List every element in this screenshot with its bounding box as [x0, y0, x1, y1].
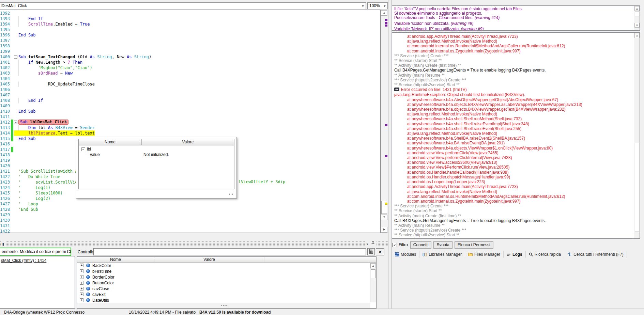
code-line[interactable]: 1414 lblPietanza.Text = lbl.text — [0, 130, 380, 136]
log-line[interactable]: at java.lang.reflect.Method.invoke(Nativ… — [394, 39, 633, 44]
code-line[interactable]: 1392 — [0, 11, 380, 16]
watch-tree-row[interactable]: +bFirstTime — [77, 268, 376, 274]
log-line[interactable]: ** Activity (main) Resume ** — [394, 73, 633, 78]
warning-line[interactable]: Puoi selezionare Tools - Clean unused fi… — [394, 16, 633, 20]
log-line[interactable]: at com.android.internal.os.ZygoteInit.ma… — [394, 49, 633, 53]
log-line[interactable]: ** Activity (main) Create (first time) *… — [394, 214, 633, 218]
log-line[interactable]: at android.view.View$PerformClick.run(Vi… — [394, 165, 633, 170]
popup-tree-row[interactable]: value Not initialized. — [79, 152, 234, 157]
watch-tree-row[interactable]: +cavExit — [77, 292, 376, 297]
log-line[interactable]: ** Activity (main) Create (first time) *… — [394, 63, 633, 68]
log-line[interactable]: at anywheresoftware.b4a.shell.Shell.runM… — [394, 116, 633, 121]
code-line[interactable]: 1406 — [0, 87, 380, 92]
watch-tree-row[interactable]: +BorderColor — [77, 274, 376, 280]
log-line[interactable]: at java.lang.reflect.Method.invoke(Nativ… — [394, 131, 633, 136]
function-selector[interactable]: lDesMat_Click ▾ — [0, 2, 366, 9]
watch-tree-row[interactable]: +DateUtils — [77, 297, 376, 303]
log-line[interactable]: ** Activity (main) Resume ** — [394, 223, 633, 228]
watch-tree-row[interactable]: +cavClose — [77, 286, 376, 292]
log-line[interactable]: at android.os.Handler.handleCallback(Han… — [394, 170, 633, 175]
checkbox-checked-icon[interactable]: ✓ — [393, 243, 397, 247]
log-line[interactable]: at anywheresoftware.b4a.ShellBA.raiseEve… — [394, 136, 633, 141]
resize-grip[interactable] — [229, 192, 233, 195]
log-line[interactable]: at anywheresoftware.b4a.shell.Shell.rais… — [394, 122, 633, 126]
panel-splitter[interactable] — [388, 0, 392, 315]
code-line[interactable]: 1396End Sub — [0, 32, 380, 38]
tab-cerca-riferimenti[interactable]: Cerca tutti i Riferimenti (F7) — [564, 251, 627, 258]
annotation-mark[interactable] — [385, 124, 387, 126]
collapse-minus-icon[interactable]: − — [14, 55, 17, 59]
code-line[interactable]: 1395 — [0, 27, 380, 32]
code-line[interactable]: 1411 — [0, 114, 380, 120]
log-line[interactable]: at android.app.ActivityThread.main(Activ… — [394, 184, 633, 189]
log-line[interactable]: ** Service (httputils2service) Start ** — [394, 82, 633, 87]
warning-line[interactable]: Variabile 'Network_IP' non utilizzata. (… — [394, 27, 633, 31]
pin-icon[interactable] — [371, 241, 374, 247]
scroll-right-icon[interactable]: ▶ — [381, 227, 387, 233]
column-valore[interactable]: Valore — [142, 139, 234, 145]
expand-plus-icon[interactable]: + — [80, 264, 83, 267]
log-line[interactable]: at android.os.Handler.dispatchMessage(Ha… — [394, 175, 633, 179]
log-line[interactable]: at java.lang.reflect.Method.invoke(Nativ… — [394, 112, 633, 116]
code-line[interactable]: 1401 If New.Length > 7 Then — [0, 60, 380, 65]
update-notice-link[interactable]: B4A v12.50 is available for download — [199, 310, 271, 315]
log-line[interactable]: at android.view.View.performClickInterna… — [394, 155, 633, 160]
tab-modules[interactable]: Modules — [392, 251, 419, 258]
code-line[interactable]: 1402 'Msgbox("Ciao","Ciao") — [0, 65, 380, 70]
column-nome[interactable]: Nome — [77, 257, 154, 262]
log-line[interactable]: ** Service (starter) Start ** — [394, 208, 633, 213]
watch-expression-input[interactable] — [93, 248, 366, 255]
log-line[interactable]: at anywheresoftware.b4a.AbsObjectWrapper… — [394, 97, 633, 102]
log-line[interactable]: at anywheresoftware.b4a.shell.Shell.rais… — [394, 126, 633, 131]
tab-libraries-manager[interactable]: Libraries Manager — [419, 251, 465, 258]
log-line[interactable]: Call B4XPages.GetManager.LogEvents = Tru… — [394, 68, 633, 73]
log-line[interactable]: java.lang.RuntimeException: Object shoul… — [394, 92, 633, 97]
code-line[interactable]: 1405 RDC_UpdateTimeClose — [0, 81, 380, 87]
code-line[interactable]: 1404 — [0, 76, 380, 81]
elenca-i-permessi-button[interactable]: Elenca i Permessi — [455, 241, 493, 249]
code-line[interactable]: 1430 — [0, 218, 380, 223]
warnings-scrollbar[interactable]: ▲ ▼ — [634, 6, 640, 30]
connetti-button[interactable]: Connetti — [410, 241, 432, 249]
tab-logs[interactable]: Logs — [504, 251, 526, 258]
code-line[interactable]: 1408 End If — [0, 98, 380, 103]
evaluate-button[interactable] — [367, 248, 375, 255]
log-line[interactable]: at anywheresoftware.b4a.objects.B4XViewW… — [394, 102, 633, 107]
code-line[interactable]: 1407 — [0, 92, 380, 98]
code-line[interactable]: 1427' Loop — [0, 201, 380, 207]
editor-scrollbar[interactable] — [381, 10, 388, 233]
log-line[interactable]: *** Service (starter) Create *** — [394, 204, 633, 208]
chevron-down-icon[interactable]: ▾ — [366, 242, 368, 246]
code-line[interactable]: 1431 — [0, 223, 380, 229]
expand-plus-icon[interactable]: + — [80, 281, 83, 285]
tree-vertical-scrollbar[interactable]: ▲ — [370, 263, 376, 302]
log-line[interactable]: *** Service (httputils2service) Create *… — [394, 78, 633, 82]
log-line[interactable]: at android.view.View.performClick(View.j… — [394, 151, 633, 155]
tab-ricerca-rapida[interactable]: Ricerca rapida — [526, 251, 564, 258]
log-line[interactable]: at anywheresoftware.b4a.BA.raiseEvent(BA… — [394, 141, 633, 145]
popup-tree-row[interactable]: − lbl — [79, 146, 234, 152]
log-line[interactable]: at android.os.Looper.loop(Looper.java:22… — [394, 179, 633, 184]
chevron-down-icon[interactable]: ▾ — [382, 4, 387, 8]
annotation-mark[interactable] — [385, 22, 387, 24]
code-line[interactable]: 1397 — [0, 38, 380, 43]
expand-plus-icon[interactable]: + — [80, 269, 83, 273]
scroll-up-icon[interactable]: ▲ — [381, 10, 387, 16]
zoom-selector[interactable]: 100% ▾ — [367, 2, 388, 9]
collapse-minus-icon[interactable]: − — [81, 147, 85, 151]
log-line[interactable]: *** Service (httputils2service) Create *… — [394, 228, 633, 233]
code-line[interactable]: 1413 Dim lbl As B4XView = Sender — [0, 125, 380, 130]
code-line[interactable]: 1432 — [0, 229, 380, 233]
annotation-mark[interactable] — [385, 155, 387, 157]
annotation-mark-current[interactable] — [385, 203, 387, 205]
collapse-minus-icon[interactable]: − — [14, 121, 17, 124]
annotation-mark[interactable] — [385, 19, 387, 21]
log-line[interactable]: at com.android.internal.os.RuntimeInit$M… — [394, 44, 633, 48]
chevron-down-icon[interactable]: ▾ — [360, 4, 366, 8]
code-line[interactable]: 1398 — [0, 43, 380, 49]
stack-frame-link[interactable]: sMat_Click (frmtv) : 1414 — [1, 258, 46, 263]
code-line[interactable]: 1399 — [0, 49, 380, 54]
code-line[interactable]: 1403 sOrdRead = New — [0, 70, 380, 76]
log-line[interactable]: Error occurred on line: 1421 (frmTV) — [394, 87, 633, 92]
code-line[interactable]: 1393 End If — [0, 16, 380, 21]
